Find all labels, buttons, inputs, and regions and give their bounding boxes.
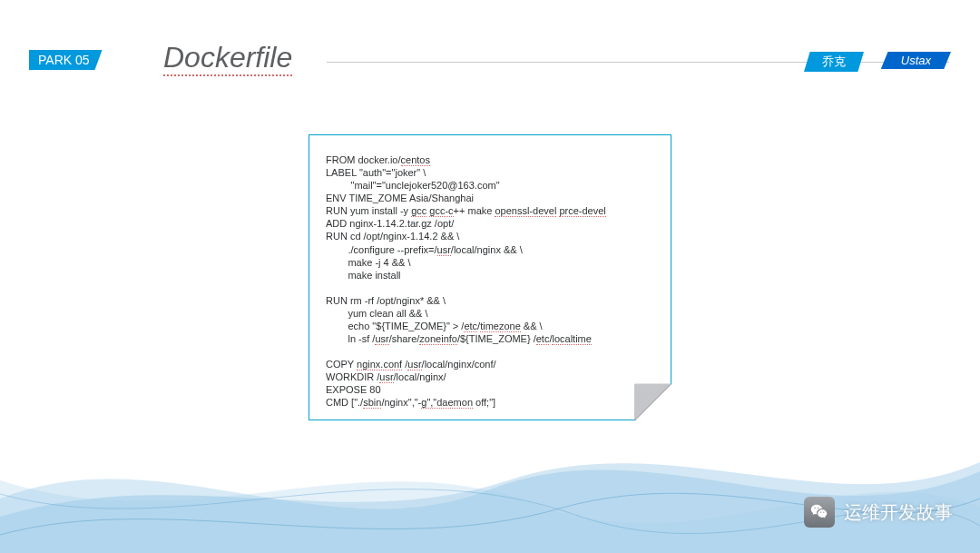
wave-decoration xyxy=(0,408,980,553)
watermark: 运维开发故事 xyxy=(804,497,953,528)
dockerfile-code-box: FROM docker.io/centos LABEL "auth"="joke… xyxy=(309,134,671,420)
author-badge: 乔克 xyxy=(804,52,864,72)
section-badge: PARK 05 xyxy=(29,50,103,70)
watermark-text: 运维开发故事 xyxy=(844,500,953,525)
dockerfile-code: FROM docker.io/centos LABEL "auth"="joke… xyxy=(326,153,654,410)
slide-header: PARK 05 Dockerfile 乔克 Ustax xyxy=(0,50,980,75)
wechat-icon xyxy=(804,497,835,528)
slide-title: Dockerfile xyxy=(163,41,292,76)
folded-corner-icon xyxy=(635,384,671,420)
brand-badge: Ustax xyxy=(881,52,951,69)
